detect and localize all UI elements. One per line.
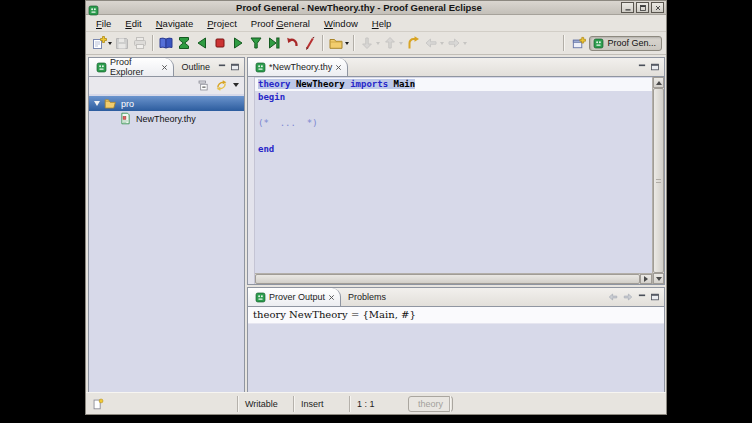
- open-perspective-icon[interactable]: [571, 36, 586, 51]
- close-tab-icon[interactable]: [161, 64, 168, 71]
- status-separator: [237, 396, 238, 412]
- window-minimize-button[interactable]: [621, 2, 634, 13]
- last-edit-location-button[interactable]: [404, 34, 422, 53]
- minimize-panel-icon[interactable]: [637, 292, 647, 302]
- pg-icon: [96, 62, 107, 73]
- folder-icon: [328, 35, 344, 51]
- editor-vertical-scrollbar[interactable]: [652, 77, 664, 284]
- tree-item-label: NewTheory.thy: [136, 114, 196, 124]
- tab-newtheory-thy[interactable]: *NewTheory.thy: [248, 58, 348, 76]
- scroll-up-icon[interactable]: [653, 77, 664, 88]
- chevron-down-icon: [108, 42, 112, 45]
- editor-line: (* ... *): [255, 117, 652, 130]
- activate-scripting-button[interactable]: [301, 34, 319, 53]
- maximize-panel-icon[interactable]: [650, 292, 660, 302]
- menu-window[interactable]: Window: [317, 16, 365, 31]
- explorer-tab-bar: Proof ExplorerOutline: [89, 58, 244, 77]
- go-down-icon: [359, 35, 375, 51]
- status-caret-position: 1 : 1: [357, 393, 375, 415]
- retract-button[interactable]: [283, 34, 301, 53]
- window-maximize-button[interactable]: [636, 2, 649, 13]
- advance-to-cursor-button[interactable]: [247, 34, 265, 53]
- editor-line: [255, 104, 652, 117]
- menu-navigate[interactable]: Navigate: [149, 16, 201, 31]
- menu-help[interactable]: Help: [365, 16, 399, 31]
- tab-problems[interactable]: Problems: [341, 288, 393, 306]
- process-next-step-button[interactable]: [229, 34, 247, 53]
- stop-icon: [212, 35, 228, 51]
- desktop-background: Proof General - NewTheory.thy - Proof Ge…: [0, 0, 752, 423]
- prover-panel-controls: [607, 288, 664, 306]
- thy-file-icon: [119, 112, 136, 125]
- scroll-right-icon[interactable]: [640, 274, 652, 284]
- chevron-down-icon: [463, 42, 467, 45]
- vertical-scroll-thumb[interactable]: [653, 88, 664, 273]
- pg-perspective-icon: [593, 38, 604, 49]
- menu-project[interactable]: Project: [200, 16, 244, 31]
- menu-edit[interactable]: Edit: [118, 16, 148, 31]
- prover-tabs: Prover OutputProblems: [248, 288, 393, 306]
- horizontal-scroll-thumb[interactable]: [255, 274, 640, 284]
- book-icon: [158, 35, 174, 51]
- perspective-bar: Proof Gen...: [560, 35, 662, 51]
- previous-annotation-button: [381, 34, 404, 53]
- new-wizard-icon: [91, 35, 107, 51]
- print-icon: [132, 35, 148, 51]
- close-tab-icon[interactable]: [328, 294, 335, 301]
- interrupt-prover-button[interactable]: [211, 34, 229, 53]
- tab-label: *NewTheory.thy: [269, 62, 332, 72]
- advance-icon: [248, 35, 264, 51]
- editor-panel: *NewTheory.thy theory NewTheory imports …: [247, 57, 665, 285]
- editor-line: [255, 130, 652, 143]
- window-close-button[interactable]: [651, 2, 664, 13]
- editor-text-area[interactable]: theory NewTheory imports Mainbegin(* ...…: [255, 77, 652, 273]
- tab-outline[interactable]: Outline: [174, 58, 217, 76]
- title-bar[interactable]: Proof General - NewTheory.thy - Proof Ge…: [86, 1, 666, 15]
- scroll-down-icon[interactable]: [653, 273, 664, 284]
- chevron-down-icon: [345, 42, 349, 45]
- minimize-panel-icon[interactable]: [217, 62, 227, 72]
- pg-icon: [255, 292, 266, 303]
- chevron-down-icon: [440, 42, 444, 45]
- prover-tab-bar: Prover OutputProblems: [248, 288, 664, 307]
- theory-status-button[interactable]: theory: [408, 396, 453, 412]
- maximize-panel-icon[interactable]: [650, 62, 660, 72]
- close-tab-icon[interactable]: [335, 64, 342, 71]
- prover-output-line: theory NewTheory = {Main, #}: [248, 307, 664, 324]
- menu-bar: FileEditNavigateProjectProof GeneralWind…: [86, 15, 666, 32]
- status-separator: [293, 396, 294, 412]
- open-folder-button[interactable]: [327, 34, 350, 53]
- step-next-icon: [230, 35, 246, 51]
- menu-proof-general[interactable]: Proof General: [244, 16, 317, 31]
- tree-item-newtheory-thy[interactable]: NewTheory.thy: [89, 111, 244, 126]
- menu-file[interactable]: File: [89, 16, 118, 31]
- proof-general-window: Proof General - NewTheory.thy - Proof Ge…: [85, 0, 667, 415]
- annotation-ruler: [248, 77, 255, 284]
- last-edit-icon: [405, 35, 421, 51]
- view-menu-icon[interactable]: [233, 83, 239, 87]
- status-theory-wrap: theory: [408, 393, 453, 415]
- explorer-tabs: Proof ExplorerOutline: [89, 58, 217, 76]
- retract-icon: [284, 35, 300, 51]
- toolbar-separator: [353, 35, 355, 51]
- process-to-end-button[interactable]: [265, 34, 283, 53]
- open-proof-script-button[interactable]: [157, 34, 175, 53]
- proof-general-perspective-button[interactable]: Proof Gen...: [589, 36, 662, 51]
- new-wizard-button[interactable]: [90, 34, 113, 53]
- window-title: Proof General - NewTheory.thy - Proof Ge…: [99, 2, 619, 13]
- output-back-icon[interactable]: [607, 291, 619, 303]
- link-with-editor-icon[interactable]: [215, 79, 228, 92]
- editor-horizontal-scrollbar[interactable]: [255, 273, 652, 284]
- fast-view-icon[interactable]: [91, 393, 105, 415]
- restart-prover-button[interactable]: [175, 34, 193, 53]
- tab-proof-explorer[interactable]: Proof Explorer: [89, 58, 174, 76]
- output-forward-icon[interactable]: [622, 291, 634, 303]
- tree-item-pro[interactable]: pro: [89, 96, 244, 111]
- tab-prover-output[interactable]: Prover Output: [248, 288, 341, 306]
- toolbar-separator: [563, 35, 565, 51]
- expand-arrow-icon[interactable]: [94, 101, 100, 106]
- collapse-all-icon[interactable]: [197, 79, 210, 92]
- undo-step-button[interactable]: [193, 34, 211, 53]
- minimize-panel-icon[interactable]: [637, 62, 647, 72]
- maximize-panel-icon[interactable]: [230, 62, 240, 72]
